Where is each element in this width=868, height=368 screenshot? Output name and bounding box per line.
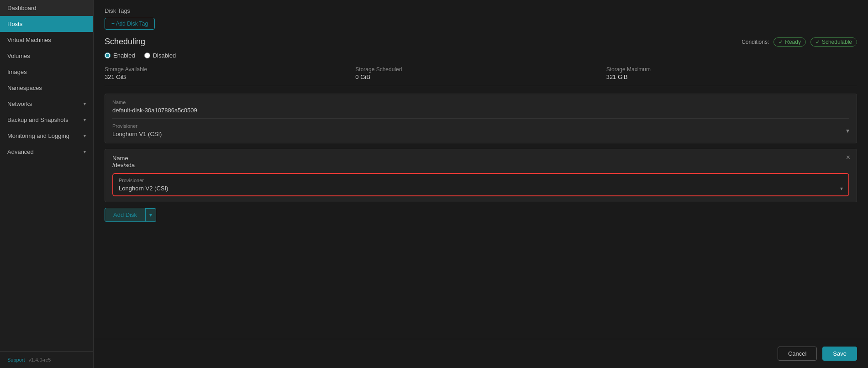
disk1-provisioner-value: Longhorn V1 (CSI) bbox=[112, 131, 162, 137]
storage-available-value: 321 GiB bbox=[105, 74, 355, 80]
chevron-down-icon: ▾ bbox=[846, 127, 849, 134]
conditions-label: Conditions: bbox=[742, 39, 769, 45]
disk2-provisioner-value: Longhorn V2 (CSI) ▾ bbox=[119, 185, 843, 192]
sidebar-item-label: Volumes bbox=[7, 53, 30, 59]
chevron-down-icon: ▾ bbox=[84, 133, 86, 138]
support-link[interactable]: Support bbox=[7, 357, 25, 363]
disk1-card: Name default-disk-30a107886a5c0509 Provi… bbox=[105, 94, 857, 143]
scheduling-title: Scheduling bbox=[105, 37, 145, 47]
sidebar-item-namespaces[interactable]: Namespaces bbox=[0, 80, 93, 96]
save-button[interactable]: Save bbox=[822, 347, 857, 361]
provisioner-select[interactable]: Provisioner Longhorn V2 (CSI) ▾ bbox=[113, 174, 848, 195]
sidebar-item-dashboard[interactable]: Dashboard bbox=[0, 0, 93, 16]
ready-badge-label: Ready bbox=[785, 39, 801, 45]
disabled-radio[interactable] bbox=[144, 53, 150, 58]
sidebar-item-monitoring-logging[interactable]: Monitoring and Logging ▾ bbox=[0, 128, 93, 144]
storage-available-label: Storage Available bbox=[105, 66, 355, 73]
sidebar-item-images[interactable]: Images bbox=[0, 64, 93, 80]
sidebar-item-advanced[interactable]: Advanced ▾ bbox=[0, 144, 93, 160]
sidebar-footer: Support v1.4.0-rc5 bbox=[0, 351, 93, 368]
storage-maximum-value: 321 GiB bbox=[606, 74, 857, 80]
add-disk-split-button[interactable]: ▾ bbox=[146, 208, 156, 222]
add-disk-button-group: Add Disk ▾ bbox=[105, 208, 857, 222]
disk2-card: × Name /dev/sda Provisioner Longhorn V2 … bbox=[105, 149, 857, 202]
disk2-name-value: /dev/sda bbox=[112, 162, 849, 168]
footer: Cancel Save bbox=[94, 339, 868, 368]
disabled-label: Disabled bbox=[153, 52, 176, 59]
chevron-down-icon: ▾ bbox=[840, 185, 843, 192]
storage-stats: Storage Available 321 GiB Storage Schedu… bbox=[105, 66, 857, 86]
add-disk-button[interactable]: Add Disk bbox=[105, 208, 146, 222]
enabled-label: Enabled bbox=[113, 52, 135, 59]
sidebar-item-volumes[interactable]: Volumes bbox=[0, 48, 93, 64]
chevron-down-icon: ▾ bbox=[84, 101, 86, 106]
sidebar-item-virtual-machines[interactable]: Virtual Machines bbox=[0, 32, 93, 48]
sidebar: Dashboard Hosts Virtual Machines Volumes… bbox=[0, 0, 94, 368]
sidebar-item-label: Monitoring and Logging bbox=[7, 132, 69, 139]
enabled-radio[interactable] bbox=[105, 53, 110, 58]
enabled-radio-label[interactable]: Enabled bbox=[105, 52, 135, 59]
sidebar-item-backup-snapshots[interactable]: Backup and Snapshots ▾ bbox=[0, 112, 93, 128]
disk2-close-button[interactable]: × bbox=[846, 154, 850, 161]
sidebar-item-hosts[interactable]: Hosts bbox=[0, 16, 93, 32]
disk1-provisioner-label: Provisioner bbox=[112, 123, 162, 129]
main-content: Disk Tags + Add Disk Tag Scheduling Cond… bbox=[94, 0, 868, 368]
sidebar-item-label: Advanced bbox=[7, 148, 34, 155]
check-icon: ✓ bbox=[779, 39, 783, 45]
storage-scheduled-label: Storage Scheduled bbox=[355, 66, 606, 73]
storage-scheduled: Storage Scheduled 0 GiB bbox=[355, 66, 606, 80]
scheduling-section: Scheduling Conditions: ✓ Ready ✓ Schedul… bbox=[105, 37, 857, 47]
disk1-name-value: default-disk-30a107886a5c0509 bbox=[112, 107, 849, 114]
ready-badge: ✓ Ready bbox=[773, 37, 806, 47]
sidebar-item-label: Networks bbox=[7, 100, 32, 107]
disk2-provisioner-label: Provisioner bbox=[119, 178, 843, 183]
sidebar-item-label: Images bbox=[7, 68, 27, 75]
sidebar-item-label: Dashboard bbox=[7, 5, 37, 11]
schedulable-badge-label: Schedulable bbox=[822, 39, 852, 45]
storage-available: Storage Available 321 GiB bbox=[105, 66, 355, 80]
sidebar-item-label: Backup and Snapshots bbox=[7, 116, 68, 123]
chevron-down-icon: ▾ bbox=[84, 117, 86, 122]
sidebar-item-networks[interactable]: Networks ▾ bbox=[0, 96, 93, 112]
provisioner-dropdown-highlighted[interactable]: Provisioner Longhorn V2 (CSI) ▾ bbox=[112, 173, 849, 196]
content-area: Disk Tags + Add Disk Tag Scheduling Cond… bbox=[94, 0, 868, 339]
storage-maximum-label: Storage Maximum bbox=[606, 66, 857, 73]
disk2-name-label: Name bbox=[112, 155, 849, 162]
cancel-button[interactable]: Cancel bbox=[778, 347, 817, 361]
disk1-name-label: Name bbox=[112, 100, 849, 105]
version-label: v1.4.0-rc5 bbox=[29, 357, 51, 363]
conditions-area: Conditions: ✓ Ready ✓ Schedulable bbox=[742, 37, 857, 47]
schedulable-badge: ✓ Schedulable bbox=[810, 37, 857, 47]
storage-maximum: Storage Maximum 321 GiB bbox=[606, 66, 857, 80]
disk-tags-label: Disk Tags bbox=[105, 7, 857, 14]
disabled-radio-label[interactable]: Disabled bbox=[144, 52, 176, 59]
scheduling-radio-group: Enabled Disabled bbox=[105, 52, 857, 59]
add-disk-tag-button[interactable]: + Add Disk Tag bbox=[105, 18, 155, 30]
check-icon: ✓ bbox=[815, 39, 820, 45]
storage-scheduled-value: 0 GiB bbox=[355, 74, 606, 80]
sidebar-item-label: Hosts bbox=[7, 21, 22, 27]
sidebar-item-label: Virtual Machines bbox=[7, 37, 51, 43]
chevron-down-icon: ▾ bbox=[84, 149, 86, 154]
sidebar-item-label: Namespaces bbox=[7, 84, 42, 91]
